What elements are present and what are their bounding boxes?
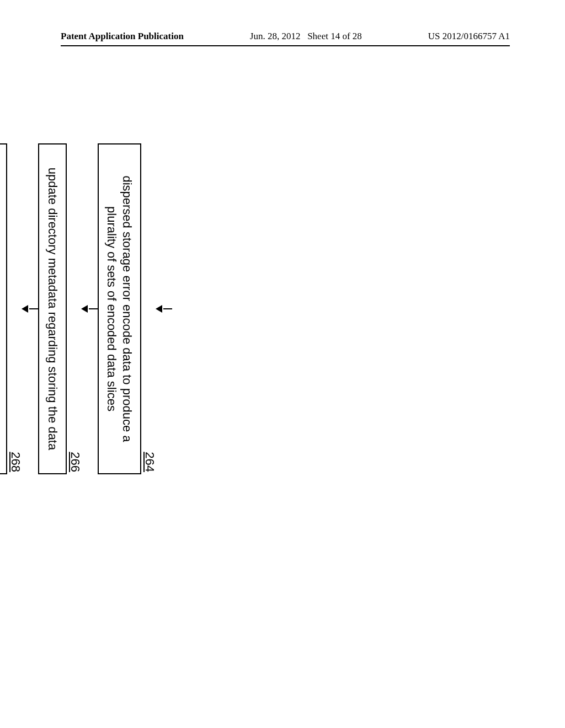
flowchart: 264 dispersed storage error encode data … xyxy=(0,143,172,474)
flow-step: dispersed storage error encode the updat… xyxy=(0,143,8,474)
figure-14a: 264 dispersed storage error encode data … xyxy=(0,143,172,474)
header-pub-number: US 2012/0166757 A1 xyxy=(428,31,510,42)
flow-step: update directory metadata regarding stor… xyxy=(39,143,67,474)
page: Patent Application Publication Jun. 28, … xyxy=(0,0,565,728)
page-header: Patent Application Publication Jun. 28, … xyxy=(61,31,510,46)
flow-step: dispersed storage error encode data to p… xyxy=(98,143,141,474)
step-number: 266 xyxy=(68,452,82,474)
arrow-icon xyxy=(22,143,39,474)
arrow-icon xyxy=(156,143,172,474)
header-date: Jun. 28, 2012 xyxy=(250,31,301,41)
step-number: 264 xyxy=(142,452,157,474)
step-number: 268 xyxy=(9,452,23,474)
arrow-icon xyxy=(81,143,98,474)
header-publication: Patent Application Publication xyxy=(61,31,184,42)
header-date-sheet: Jun. 28, 2012 Sheet 14 of 28 xyxy=(250,31,362,42)
header-sheet: Sheet 14 of 28 xyxy=(307,31,362,41)
